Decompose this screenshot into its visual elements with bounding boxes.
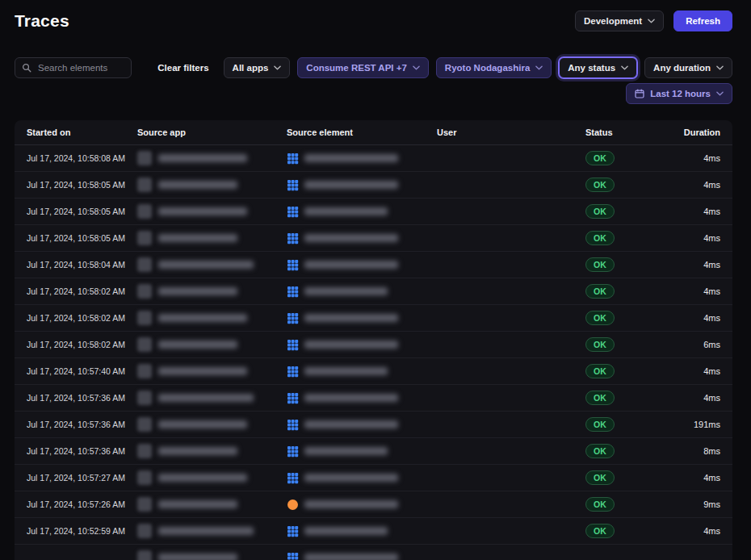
column-header-duration[interactable]: Duration — [658, 127, 720, 137]
status-badge: OK — [585, 178, 615, 192]
table-row[interactable] — [15, 545, 732, 560]
time-range-dropdown[interactable]: Last 12 hours — [626, 83, 732, 104]
status-badge: OK — [585, 284, 615, 299]
filter-actions: Clear filters All apps Consume REST API … — [157, 57, 732, 78]
source-element-cell — [287, 499, 437, 510]
table-row[interactable]: Jul 17, 2024, 10:57:27 AM OK 4ms — [15, 465, 732, 491]
app-icon-redacted — [137, 257, 152, 272]
table-row[interactable]: Jul 17, 2024, 10:58:05 AM OK 4ms — [15, 172, 732, 199]
table-grid-icon — [287, 286, 298, 297]
clear-filters-button[interactable]: Clear filters — [157, 63, 208, 73]
element-filter-dropdown[interactable]: Consume REST API +7 — [297, 57, 429, 78]
duration-filter-dropdown[interactable]: Any duration — [644, 57, 732, 78]
search-elements-field[interactable] — [15, 57, 132, 78]
user-filter-label: Ryoto Nodagashira — [445, 63, 530, 73]
app-icon-redacted — [137, 284, 152, 299]
apps-filter-dropdown[interactable]: All apps — [224, 57, 291, 78]
table-row[interactable]: Jul 17, 2024, 10:52:59 AM OK 4ms — [15, 518, 732, 545]
source-app-cell — [137, 337, 287, 352]
source-element-cell — [287, 339, 437, 350]
source-element-cell — [287, 153, 437, 164]
status-filter-dropdown[interactable]: Any status — [559, 57, 637, 78]
environment-dropdown[interactable]: Development — [575, 10, 664, 31]
chevron-down-icon — [716, 91, 724, 96]
table-row[interactable]: Jul 17, 2024, 10:58:05 AM OK 4ms — [15, 199, 732, 225]
table-row[interactable]: Jul 17, 2024, 10:57:36 AM OK 4ms — [15, 385, 732, 412]
table-row[interactable]: Jul 17, 2024, 10:57:36 AM OK 8ms — [15, 438, 732, 465]
table-row[interactable]: Jul 17, 2024, 10:58:02 AM OK 4ms — [15, 305, 732, 332]
app-icon-redacted — [137, 444, 152, 458]
chevron-down-icon — [413, 65, 420, 70]
column-header-status[interactable]: Status — [585, 127, 658, 137]
status-filter-label: Any status — [568, 63, 615, 73]
status-badge: OK — [585, 364, 615, 378]
environment-label: Development — [584, 16, 642, 26]
app-name-redacted — [158, 234, 237, 242]
table-row[interactable]: Jul 17, 2024, 10:58:02 AM OK 6ms — [15, 332, 732, 358]
source-app-cell — [137, 204, 287, 219]
duration-cell: 4ms — [658, 286, 720, 296]
table-row[interactable]: Jul 17, 2024, 10:58:05 AM OK 4ms — [15, 225, 732, 252]
app-name-redacted — [158, 367, 247, 375]
app-icon-redacted — [137, 151, 152, 165]
source-app-cell — [137, 524, 287, 538]
apps-filter-label: All apps — [233, 63, 269, 73]
search-input[interactable] — [36, 62, 124, 73]
table-row[interactable]: Jul 17, 2024, 10:58:02 AM OK 4ms — [15, 278, 732, 305]
status-badge: OK — [585, 497, 615, 512]
source-app-cell — [137, 497, 287, 512]
table-grid-icon — [287, 179, 298, 190]
search-icon — [22, 63, 31, 73]
status-badge: OK — [585, 444, 615, 458]
column-header-user[interactable]: User — [437, 127, 585, 137]
traces-page: Traces Development Refresh Clear filters… — [0, 0, 751, 560]
source-element-cell — [287, 472, 437, 483]
refresh-button[interactable]: Refresh — [673, 10, 732, 31]
table-grid-icon — [287, 445, 298, 457]
column-header-source-element[interactable]: Source element — [287, 127, 437, 137]
duration-cell: 4ms — [658, 313, 720, 323]
app-name-redacted — [158, 474, 247, 482]
table-row[interactable]: Jul 17, 2024, 10:58:08 AM OK 4ms — [15, 145, 732, 172]
table-row[interactable]: Jul 17, 2024, 10:58:04 AM OK 4ms — [15, 252, 732, 278]
user-filter-dropdown[interactable]: Ryoto Nodagashira — [436, 57, 552, 78]
started-on-cell: Jul 17, 2024, 10:57:36 AM — [27, 420, 137, 429]
duration-cell: 191ms — [658, 420, 720, 429]
table-row[interactable]: Jul 17, 2024, 10:57:40 AM OK 4ms — [15, 358, 732, 385]
source-app-cell — [137, 311, 287, 325]
status-cell: OK — [585, 284, 658, 299]
duration-cell: 4ms — [658, 366, 720, 376]
element-name-redacted — [304, 341, 398, 349]
duration-filter-label: Any duration — [653, 63, 711, 73]
status-badge: OK — [585, 231, 615, 245]
table-grid-icon — [287, 472, 298, 483]
app-name-redacted — [158, 181, 237, 189]
table-row[interactable]: Jul 17, 2024, 10:57:36 AM OK 191ms — [15, 412, 732, 438]
table-grid-icon — [287, 552, 298, 560]
element-name-redacted — [304, 527, 388, 535]
element-name-redacted — [304, 474, 398, 482]
column-header-started-on[interactable]: Started on — [27, 127, 137, 137]
status-badge: OK — [585, 391, 615, 405]
app-icon-redacted — [137, 337, 152, 352]
status-cell: OK — [585, 257, 658, 272]
app-name-redacted — [158, 554, 237, 560]
app-name-redacted — [158, 341, 237, 349]
started-on-cell: Jul 17, 2024, 10:58:05 AM — [27, 207, 137, 216]
element-name-redacted — [304, 554, 398, 560]
traces-table: Started on Source app Source element Use… — [15, 120, 732, 560]
source-app-cell — [137, 257, 287, 272]
status-badge: OK — [585, 311, 615, 325]
status-badge: OK — [585, 151, 615, 165]
status-badge: OK — [585, 204, 615, 219]
status-dot-icon — [287, 499, 298, 510]
table-row[interactable]: Jul 17, 2024, 10:57:26 AM OK 9ms — [15, 491, 732, 518]
started-on-cell: Jul 17, 2024, 10:58:08 AM — [27, 153, 137, 163]
source-element-cell — [287, 206, 437, 217]
status-cell: OK — [585, 470, 658, 485]
table-grid-icon — [287, 525, 298, 537]
element-name-redacted — [304, 154, 398, 162]
duration-cell: 6ms — [658, 340, 720, 349]
column-header-source-app[interactable]: Source app — [137, 127, 287, 137]
app-icon-redacted — [137, 550, 152, 560]
